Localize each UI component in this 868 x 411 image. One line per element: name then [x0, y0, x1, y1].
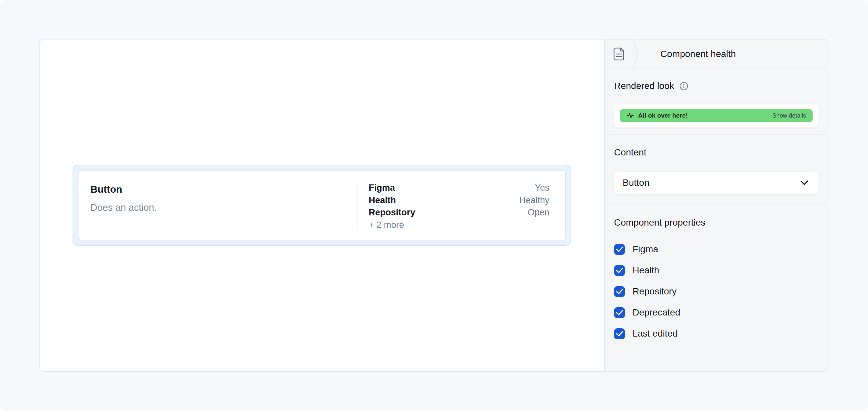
- health-status-banner[interactable]: All ok over here! Show details: [620, 109, 813, 122]
- content-dropdown[interactable]: Button: [614, 172, 818, 194]
- component-description: Does an action.: [90, 202, 344, 213]
- checkbox-row-last-edited[interactable]: Last edited: [614, 328, 818, 339]
- checkbox-label: Figma: [632, 244, 658, 254]
- checkbox-label: Last edited: [632, 328, 678, 339]
- rendered-look-preview: All ok over here! Show details: [614, 104, 818, 128]
- component-card: Button Does an action. Figma Yes Health …: [78, 170, 566, 240]
- app-window: Button Does an action. Figma Yes Health …: [0, 0, 868, 411]
- checkbox-checked[interactable]: [614, 307, 625, 318]
- banner-message: All ok over here!: [638, 112, 688, 119]
- checkbox-label: Health: [632, 265, 659, 276]
- component-properties-section: Component properties Figma: [605, 205, 828, 371]
- property-value: Yes: [535, 183, 550, 193]
- check-icon: [616, 331, 623, 337]
- component-card-selected[interactable]: Button Does an action. Figma Yes Health …: [72, 165, 571, 246]
- checkbox-row-figma[interactable]: Figma: [614, 244, 818, 255]
- component-health-panel: Component health Rendered look: [604, 39, 828, 371]
- property-row: Figma Yes: [369, 182, 550, 194]
- content-section: Content Button: [605, 135, 828, 205]
- checkbox-checked[interactable]: [614, 265, 625, 276]
- checkbox-row-health[interactable]: Health: [614, 265, 818, 276]
- checkbox-label: Repository: [632, 286, 677, 297]
- header-chevron-divider: [632, 39, 639, 69]
- main-canvas: Button Does an action. Figma Yes Health …: [39, 39, 829, 372]
- checkbox-row-repository[interactable]: Repository: [614, 286, 818, 297]
- show-details-link[interactable]: Show details: [772, 112, 806, 119]
- checkbox-checked[interactable]: [614, 286, 625, 297]
- property-value: Open: [528, 207, 550, 218]
- checkbox-checked[interactable]: [614, 244, 625, 255]
- properties-checkbox-list: Figma Health: [614, 244, 818, 339]
- info-icon[interactable]: [679, 82, 688, 91]
- rendered-look-section: Rendered look: [605, 69, 828, 135]
- content-heading: Content: [614, 147, 646, 158]
- document-icon[interactable]: [613, 47, 625, 61]
- component-properties-heading: Component properties: [614, 217, 705, 228]
- component-card-properties: Figma Yes Health Healthy Repository Open…: [358, 182, 565, 231]
- checkbox-row-deprecated[interactable]: Deprecated: [614, 307, 818, 318]
- activity-icon: [627, 112, 634, 119]
- component-card-info: Button Does an action.: [79, 182, 358, 231]
- check-icon: [616, 310, 623, 315]
- panel-header: Component health: [605, 39, 828, 69]
- more-properties-label: + 2 more: [369, 219, 550, 232]
- rendered-look-heading: Rendered look: [614, 80, 674, 92]
- check-icon: [616, 247, 623, 252]
- property-label: Health: [369, 195, 396, 205]
- content-dropdown-value: Button: [623, 177, 649, 188]
- property-row: Repository Open: [369, 206, 550, 219]
- component-title: Button: [90, 184, 344, 195]
- property-row: Health Healthy: [369, 194, 550, 207]
- property-label: Repository: [369, 207, 415, 218]
- canvas-stage: Button Does an action. Figma Yes Health …: [39, 39, 604, 371]
- property-value: Healthy: [519, 195, 550, 205]
- check-icon: [616, 289, 623, 295]
- property-label: Figma: [369, 183, 395, 193]
- chevron-down-icon: [800, 180, 809, 185]
- checkbox-checked[interactable]: [614, 328, 625, 339]
- checkbox-label: Deprecated: [632, 307, 680, 318]
- check-icon: [616, 268, 623, 273]
